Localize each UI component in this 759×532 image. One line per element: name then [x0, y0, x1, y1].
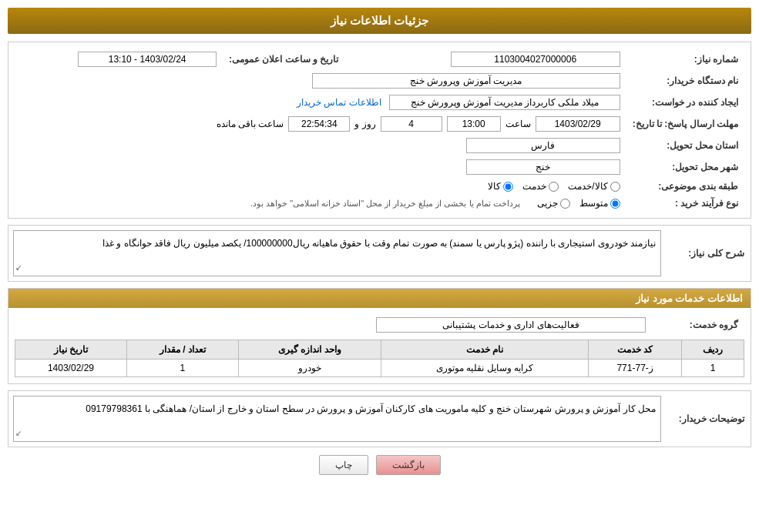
services-group-value: فعالیت‌های اداری و خدمات پشتیبانی [376, 317, 646, 333]
radio-khedmat-label: خدمت [522, 181, 546, 192]
deadline-date: 1403/02/29 [536, 116, 620, 132]
resize-handle-2: ↙ [15, 427, 22, 440]
process-row: نوع فرآیند خرید : متوسط جزیی پرداخت [15, 195, 744, 212]
radio-jozii-label: جزیی [537, 198, 558, 209]
table-row: 1 ز-77-771 کرایه وسایل نقلیه موتوری خودر… [15, 360, 744, 377]
buyer-description-text: محل کار آموزش و پرورش شهرستان خنج و کلیه… [86, 403, 656, 414]
city-row: شهر محل تحویل: خنج [15, 156, 744, 178]
need-desc-label: شرح کلی نیاز: [666, 226, 751, 281]
buyer-org-value: مدیریت آموزش وپرورش خنج [312, 73, 620, 89]
need-number-cell: 1103004027000006 [375, 49, 626, 70]
category-cell: کالا/خدمت خدمت کالا [15, 178, 626, 195]
radio-kala-service-label: کالا/خدمت [568, 181, 607, 192]
buyer-desc-cell: محل کار آموزش و پرورش شهرستان خنج و کلیه… [8, 391, 666, 447]
radio-khedmat[interactable]: خدمت [522, 181, 559, 192]
need-desc-row: شرح کلی نیاز: نیازمند خودروی استیجاری با… [8, 226, 751, 281]
need-description-content: نیازمند خودروی استیجاری با راننده (پژو پ… [13, 230, 661, 276]
buyer-description-content: محل کار آموزش و پرورش شهرستان خنج و کلیه… [13, 396, 661, 442]
creator-label: ایجاد کننده در خواست: [626, 92, 744, 113]
button-row: بازگشت چاپ [8, 455, 751, 475]
need-description-section: شرح کلی نیاز: نیازمند خودروی استیجاری با… [8, 225, 751, 282]
province-cell: فارس [15, 135, 626, 156]
services-data-table: ردیف کد خدمت نام خدمت واحد اندازه گیری ت… [15, 340, 744, 377]
province-label: استان محل تحویل: [626, 135, 744, 156]
deadline-row: مهلت ارسال پاسخ: تا تاریخ: 1403/02/29 سا… [15, 113, 744, 135]
buyer-desc-table: توضیحات خریدار: محل کار آموزش و پرورش شه… [8, 391, 751, 447]
services-table-head: ردیف کد خدمت نام خدمت واحد اندازه گیری ت… [15, 340, 744, 360]
page-title: جزئیات اطلاعات نیاز [8, 8, 751, 34]
need-desc-cell: نیازمند خودروی استیجاری با راننده (پژو پ… [8, 226, 666, 281]
creator-row: ایجاد کننده در خواست: میلاد ملکی کاربردا… [15, 92, 744, 113]
services-section: اطلاعات خدمات مورد نیاز گروه خدمت: فعالی… [8, 288, 751, 384]
city-cell: خنج [15, 156, 626, 178]
buyer-org-label: نام دستگاه خریدار: [626, 70, 744, 92]
services-group-table: گروه خدمت: فعالیت‌های اداری و خدمات پشتی… [15, 314, 744, 336]
process-note: پرداخت تمام یا بخشی از مبلغ خریدار از مح… [250, 199, 520, 209]
buyer-org-cell: مدیریت آموزش وپرورش خنج [15, 70, 626, 92]
deadline-time: 13:00 [447, 116, 501, 132]
creator-value: میلاد ملکی کاربرداز مدیریت آموزش وپرورش … [389, 95, 620, 110]
province-row: استان محل تحویل: فارس [15, 135, 744, 156]
col-row-num: ردیف [682, 340, 744, 360]
province-value: فارس [466, 138, 620, 153]
buyer-description-section: توضیحات خریدار: محل کار آموزش و پرورش شه… [8, 390, 751, 447]
deadline-cell: 1403/02/29 ساعت 13:00 4 روز و 22:54:34 س… [15, 113, 626, 135]
col-service-name: نام خدمت [381, 340, 589, 360]
city-value: خنج [466, 159, 620, 175]
announcement-row: شماره نیاز: 1103004027000006 تاریخ و ساع… [15, 49, 744, 70]
radio-kala-service-input[interactable] [610, 182, 620, 192]
main-info-content: شماره نیاز: 1103004027000006 تاریخ و ساع… [8, 42, 751, 218]
need-number-value: 1103004027000006 [451, 52, 620, 67]
col-service-code: کد خدمت [589, 340, 682, 360]
services-table-header-row: ردیف کد خدمت نام خدمت واحد اندازه گیری ت… [15, 340, 744, 360]
page-wrapper: جزئیات اطلاعات نیاز شماره نیاز: 11030040… [0, 0, 759, 532]
radio-jozii[interactable]: جزیی [537, 198, 570, 209]
deadline-label: مهلت ارسال پاسخ: تا تاریخ: [626, 113, 744, 135]
main-info-section: شماره نیاز: 1103004027000006 تاریخ و ساع… [8, 42, 751, 219]
cell-unit: خودرو [238, 360, 381, 377]
buyer-org-row: نام دستگاه خریدار: مدیریت آموزش وپرورش خ… [15, 70, 744, 92]
services-table-body: 1 ز-77-771 کرایه وسایل نقلیه موتوری خودر… [15, 360, 744, 377]
radio-kala-input[interactable] [503, 182, 513, 192]
process-label: نوع فرآیند خرید : [626, 195, 744, 212]
deadline-time-label: ساعت [505, 119, 531, 129]
deadline-remaining: 22:54:34 [288, 116, 350, 132]
category-label: طبقه بندی موضوعی: [626, 178, 744, 195]
cell-service-name: کرایه وسایل نقلیه موتوری [381, 360, 589, 377]
deadline-day-label: روز و [354, 119, 375, 129]
radio-motavasset-input[interactable] [610, 199, 620, 209]
buyer-desc-label: توضیحات خریدار: [666, 391, 751, 447]
col-count: تعداد / مقدار [126, 340, 238, 360]
need-description-text: نیازمند خودروی استیجاری با راننده (پژو پ… [102, 238, 656, 249]
col-date: تاریخ نیاز [15, 340, 127, 360]
radio-kala[interactable]: کالا [488, 181, 513, 192]
need-desc-table: شرح کلی نیاز: نیازمند خودروی استیجاری با… [8, 226, 751, 281]
radio-jozii-input[interactable] [560, 199, 570, 209]
back-button[interactable]: بازگشت [376, 455, 441, 475]
process-cell: متوسط جزیی پرداخت تمام یا بخشی از مبلغ خ… [15, 195, 626, 212]
cell-count: 1 [126, 360, 238, 377]
need-number-label: شماره نیاز: [626, 49, 744, 70]
col-unit: واحد اندازه گیری [238, 340, 381, 360]
radio-motavasset[interactable]: متوسط [579, 198, 620, 209]
deadline-days: 4 [381, 116, 442, 132]
city-label: شهر محل تحویل: [626, 156, 744, 178]
services-group-row: گروه خدمت: فعالیت‌های اداری و خدمات پشتی… [15, 314, 744, 336]
creator-cell: میلاد ملکی کاربرداز مدیریت آموزش وپرورش … [15, 92, 626, 113]
services-group-cell: فعالیت‌های اداری و خدمات پشتیبانی [15, 314, 652, 336]
buyer-desc-row: توضیحات خریدار: محل کار آموزش و پرورش شه… [8, 391, 751, 447]
announcement-cell: 1403/02/24 - 13:10 [15, 49, 223, 70]
creator-contact-link[interactable]: اطلاعات تماس خریدار [297, 97, 381, 108]
radio-khedmat-input[interactable] [549, 182, 559, 192]
resize-handle: ↙ [15, 261, 22, 274]
cell-date: 1403/02/29 [15, 360, 127, 377]
print-button[interactable]: چاپ [319, 455, 368, 475]
category-row: طبقه بندی موضوعی: کالا/خدمت خدمت [15, 178, 744, 195]
services-group-label: گروه خدمت: [652, 314, 744, 336]
announcement-value: 1403/02/24 - 13:10 [78, 52, 217, 67]
services-section-content: گروه خدمت: فعالیت‌های اداری و خدمات پشتی… [8, 308, 751, 383]
radio-motavasset-label: متوسط [579, 198, 608, 209]
radio-kala-service[interactable]: کالا/خدمت [568, 181, 620, 192]
cell-service-code: ز-77-771 [589, 360, 682, 377]
services-section-header: اطلاعات خدمات مورد نیاز [8, 289, 751, 308]
